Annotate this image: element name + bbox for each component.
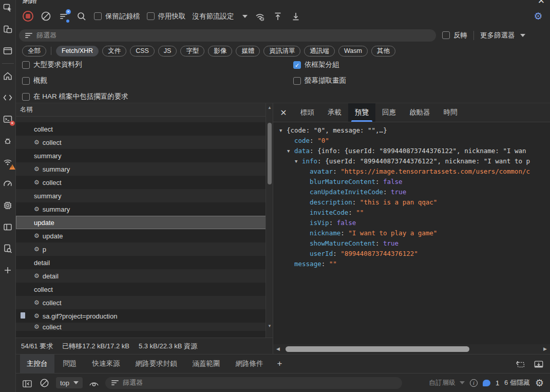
device-emulation-icon[interactable] [3, 24, 13, 34]
execution-context-select[interactable]: top [56, 377, 83, 388]
type-filter--[interactable]: 文件 [102, 46, 126, 57]
expand-arrow-icon[interactable]: ▼ [287, 146, 294, 156]
drawer-tab-快速來源[interactable]: 快速來源 [86, 354, 127, 373]
request-row[interactable]: ⚙summary [16, 202, 273, 216]
request-row[interactable]: ⚙collect [16, 136, 273, 149]
checkbox[interactable] [22, 61, 30, 69]
drawer-tab-涵蓋範圍[interactable]: 涵蓋範圍 [186, 354, 227, 373]
expand-arrow-icon[interactable]: ▼ [279, 125, 287, 136]
search-icon[interactable] [76, 11, 87, 22]
detail-tab-回應[interactable]: 回應 [375, 103, 403, 122]
filter-toggle-icon[interactable]: ✕ [58, 11, 69, 22]
dock-bottom-icon[interactable] [534, 359, 544, 368]
detail-tab-時間[interactable]: 時間 [437, 103, 464, 122]
disable-cache-checkbox[interactable]: 停用快取 [147, 12, 186, 21]
info-icon[interactable]: i [470, 379, 478, 387]
option-checkbox-right-1[interactable]: 螢幕擷取畫面 [293, 76, 346, 85]
console-sidebar-toggle-icon[interactable] [22, 379, 32, 387]
preview-line[interactable]: code: "0" [273, 136, 550, 146]
request-row[interactable]: ⚙collect [16, 296, 273, 309]
type-filter-wasm[interactable]: Wasm [338, 46, 368, 57]
hidden-messages-label[interactable]: 6 個隱藏 [504, 378, 530, 387]
preview-line[interactable]: ▼data: {info: {userId: "8994408737443761… [273, 146, 550, 156]
settings-gear-icon[interactable]: ⚙ [533, 11, 544, 22]
network-tab-title[interactable]: 網路 [23, 0, 37, 5]
console-settings-gear-icon[interactable]: ⚙ [535, 377, 544, 389]
performance-icon[interactable] [3, 179, 13, 189]
throttling-select[interactable]: 沒有節流設定 [193, 12, 248, 21]
elements-icon[interactable] [3, 92, 13, 103]
checkbox[interactable]: ✓ [293, 61, 301, 69]
scroll-left-icon[interactable]: ◀ [276, 346, 280, 351]
console-message-bubble-icon[interactable] [483, 380, 490, 386]
preserve-log-box[interactable] [94, 12, 102, 20]
console-tool-icon[interactable]: ✕ [3, 114, 13, 124]
export-har-icon[interactable] [290, 11, 301, 22]
import-har-icon[interactable] [272, 11, 283, 22]
type-filter--[interactable]: 媒體 [236, 46, 260, 57]
close-detail-icon[interactable]: ✕ [273, 103, 294, 122]
preserve-log-checkbox[interactable]: 保留記錄檔 [94, 12, 140, 21]
preview-line[interactable]: description: "this is a pan qqac" [273, 197, 550, 208]
detail-tab-預覽[interactable]: 預覽 [348, 103, 375, 122]
disable-cache-box[interactable] [147, 12, 155, 20]
option-checkbox-left-1[interactable]: 概觀 [22, 76, 293, 85]
preview-line[interactable]: canUpdateInviteCode: true [273, 187, 550, 197]
request-row[interactable]: detail [16, 256, 273, 269]
checkbox[interactable] [293, 77, 301, 85]
type-filter-fetch-xhr[interactable]: Fetch/XHR [56, 46, 99, 57]
type-filter--[interactable]: 通訊端 [304, 46, 335, 57]
request-row[interactable]: ⚙detail [16, 269, 273, 283]
request-row[interactable]: ⚙collect [16, 323, 273, 331]
scroll-up-icon[interactable]: ▲ [268, 105, 272, 110]
type-filter-css[interactable]: CSS [130, 46, 155, 57]
console-filter-input[interactable]: 篩選器 [105, 377, 402, 389]
preview-line[interactable]: showMatureContent: true [273, 238, 550, 249]
type-filter--[interactable]: 資訊清單 [263, 46, 300, 57]
preview-line[interactable]: isVip: false [273, 218, 550, 228]
add-drawer-tab-button[interactable]: + [272, 354, 288, 373]
preview-line[interactable]: message: "" [273, 259, 550, 269]
request-row[interactable]: ⚙collect [16, 176, 273, 189]
json-preview[interactable]: ▼{code: "0", message: "",…}code: "0"▼dat… [273, 122, 550, 344]
inspect-icon[interactable] [3, 3, 13, 13]
live-expression-eye-icon[interactable] [89, 379, 99, 387]
request-row[interactable]: collect [16, 122, 273, 136]
type-filter--[interactable]: 全部 [22, 46, 46, 57]
option-checkbox-right-0[interactable]: ✓依框架分組 [293, 60, 346, 69]
preview-horizontal-scrollbar[interactable]: ◀ ▶ [273, 344, 550, 354]
drawer-tab-網路要求封鎖[interactable]: 網路要求封鎖 [129, 354, 184, 373]
network-filter-input[interactable]: 篩選器 [19, 29, 436, 42]
invert-checkbox[interactable]: 反轉 [442, 31, 467, 40]
hscrollbar-thumb[interactable] [286, 346, 469, 352]
more-filters-button[interactable]: 更多篩選器 [480, 31, 525, 40]
preview-line[interactable]: avatar: "https://image.tensorartassets.c… [273, 166, 550, 177]
clear-button[interactable] [40, 11, 51, 22]
detail-tab-標頭[interactable]: 標頭 [294, 103, 321, 122]
request-row[interactable]: ⚙update [16, 229, 273, 242]
expand-arrow-icon[interactable]: ▼ [295, 156, 302, 166]
type-filter-js[interactable]: JS [158, 46, 177, 57]
home-icon[interactable] [3, 71, 13, 81]
preview-line[interactable]: nickname: "I want to play a game" [273, 228, 550, 238]
option-checkbox-left-0[interactable]: 大型要求資料列 [22, 60, 293, 69]
checkbox[interactable] [22, 77, 30, 85]
request-row[interactable]: update [16, 216, 273, 229]
request-row[interactable] [16, 117, 273, 122]
list-scrollbar[interactable]: ▲ ▼ [265, 103, 273, 338]
preview-line[interactable]: ▼info: {userId: "899440873744376122", ni… [273, 156, 550, 166]
log-levels-select[interactable]: 自訂層級 [429, 378, 465, 387]
request-row[interactable]: ⚙summary [16, 162, 273, 176]
detail-tab-啟動器[interactable]: 啟動器 [403, 103, 437, 122]
application-icon[interactable] [3, 222, 13, 232]
scrollbar-thumb[interactable] [268, 123, 272, 184]
memory-icon[interactable] [3, 200, 13, 211]
browser-window-icon[interactable] [3, 46, 13, 56]
more-tools-icon[interactable] [3, 265, 13, 275]
devtools-close-icon[interactable]: ✕ [538, 0, 545, 6]
network-conditions-icon[interactable] [254, 11, 265, 22]
type-filter--[interactable]: 其他 [371, 46, 395, 57]
scroll-right-icon[interactable]: ▶ [543, 346, 547, 351]
drawer-tab-網路條件[interactable]: 網路條件 [229, 354, 270, 373]
search-tool-icon[interactable] [3, 244, 13, 254]
